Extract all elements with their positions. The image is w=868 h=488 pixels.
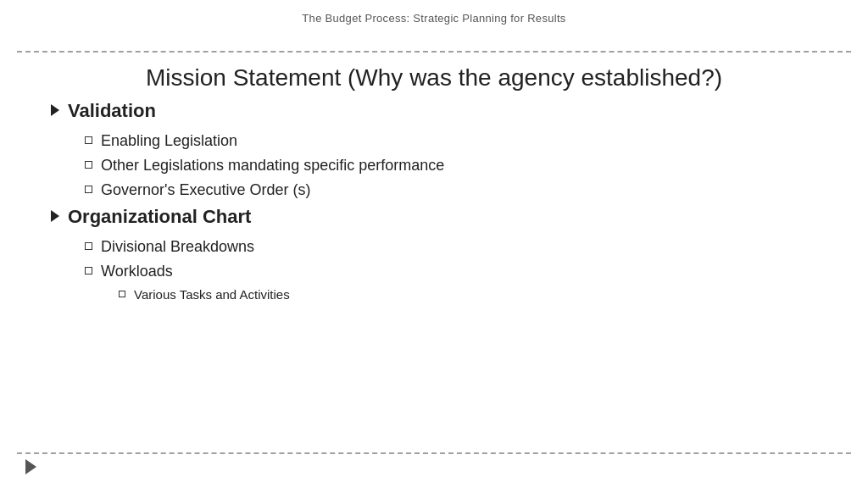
- square-bullet-workloads: [85, 267, 92, 274]
- level2-enabling: Enabling Legislation: [85, 132, 834, 150]
- org-chart-label: Organizational Chart: [68, 206, 251, 228]
- square-bullet-divisional: [85, 242, 92, 250]
- level2-governors-order: Governor's Executive Order (s): [85, 181, 834, 199]
- triangle-bullet-org: [51, 210, 59, 222]
- various-tasks-label: Various Tasks and Activities: [134, 287, 290, 302]
- slide-title: Mission Statement (Why was the agency es…: [17, 58, 851, 98]
- top-border: [17, 51, 851, 53]
- level2-other-legislations: Other Legislations mandating specific pe…: [85, 157, 834, 175]
- square-bullet-sm-tasks: [119, 291, 125, 297]
- content-area: Validation Enabling Legislation Other Le…: [51, 93, 834, 307]
- level2-divisional: Divisional Breakdowns: [85, 238, 834, 256]
- triangle-bullet-validation: [51, 104, 59, 116]
- workloads-label: Workloads: [101, 263, 173, 280]
- validation-label: Validation: [68, 100, 156, 122]
- other-legislations-label: Other Legislations mandating specific pe…: [101, 157, 444, 175]
- subtitle-text: The Budget Process: Strategic Planning f…: [302, 12, 565, 25]
- square-bullet-other: [85, 161, 92, 169]
- bottom-nav-arrow[interactable]: [25, 459, 36, 474]
- governors-order-label: Governor's Executive Order (s): [101, 181, 311, 199]
- bottom-border: [17, 452, 851, 454]
- divisional-label: Divisional Breakdowns: [101, 238, 254, 256]
- level1-validation: Validation: [51, 100, 834, 122]
- square-bullet-governors: [85, 186, 92, 193]
- level2-workloads: Workloads: [85, 263, 834, 280]
- level1-org-chart: Organizational Chart: [51, 206, 834, 228]
- slide-header: The Budget Process: Strategic Planning f…: [0, 12, 868, 25]
- square-bullet-enabling: [85, 136, 92, 144]
- enabling-label: Enabling Legislation: [101, 132, 237, 150]
- slide-container: The Budget Process: Strategic Planning f…: [0, 0, 868, 488]
- level3-various-tasks: Various Tasks and Activities: [119, 287, 834, 302]
